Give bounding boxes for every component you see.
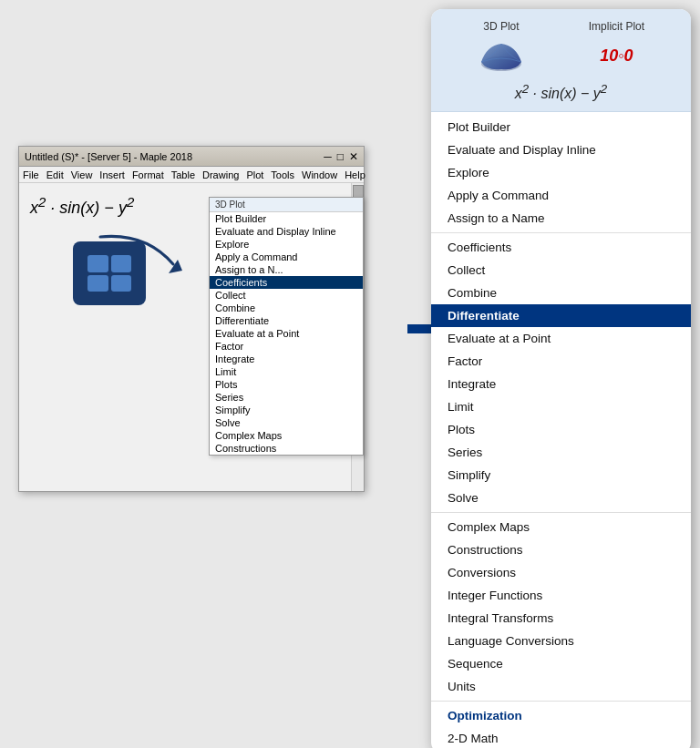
small-item-explore[interactable]: Explore [210,238,363,251]
small-item-evaluate-point[interactable]: Evaluate at a Point [210,327,363,340]
menu-item-combine[interactable]: Combine [431,282,691,304]
small-item-simplify[interactable]: Simplify [210,404,363,416]
context-header-formula: x2 · sin(x) − y2 [446,82,676,102]
minimize-icon[interactable]: ─ [324,150,332,163]
small-item-limit[interactable]: Limit [210,365,363,378]
menu-item-solve[interactable]: Solve [431,487,691,509]
small-context-menu: 3D Plot Plot Builder Evaluate and Displa… [209,197,364,456]
maximize-icon[interactable]: □ [337,150,344,163]
menu-item-units[interactable]: Units [431,675,691,698]
menu-item-complex-maps[interactable]: Complex Maps [431,516,691,538]
menu-insert[interactable]: Insert [99,169,125,180]
small-item-series[interactable]: Series [210,391,363,404]
small-item-differentiate[interactable]: Differentiate [210,314,363,327]
menu-item-evaluate-inline[interactable]: Evaluate and Display Inline [431,138,691,161]
menu-tools[interactable]: Tools [271,169,294,180]
small-item-apply[interactable]: Apply a Command [210,251,363,263]
plot-option-implicit[interactable]: Implicit Plot 10◦0 [589,20,644,75]
plot-3d-label: 3D Plot [483,20,519,33]
menu-item-simplify[interactable]: Simplify [431,464,691,487]
menu-item-apply-command[interactable]: Apply a Command [431,184,691,207]
menu-item-explore[interactable]: Explore [431,161,691,184]
small-item-complexmaps[interactable]: Complex Maps [210,429,363,442]
small-item-solve[interactable]: Solve [210,416,363,429]
context-menu-header: 3D Plot [431,9,691,112]
menu-table[interactable]: Table [171,169,195,180]
small-item-evaluate[interactable]: Evaluate and Display Inline [210,225,363,238]
menu-format[interactable]: Format [132,169,164,180]
curved-arrow [91,228,201,286]
menu-item-differentiate[interactable]: Differentiate [431,304,691,327]
close-icon[interactable]: ✕ [349,150,358,163]
implicit-plot-label: Implicit Plot [589,20,644,33]
plot-options-row: 3D Plot [446,20,676,75]
menu-item-coefficients[interactable]: Coefficients [431,236,691,259]
menu-item-conversions[interactable]: Conversions [431,561,691,584]
menu-item-integrate[interactable]: Integrate [431,373,691,395]
menu-item-language-conversions[interactable]: Language Conversions [431,630,691,652]
menu-item-constructions[interactable]: Constructions [431,538,691,561]
small-item-factor[interactable]: Factor [210,340,363,353]
small-context-header: 3D Plot [210,198,363,212]
implicit-formula-display: 10◦0 [600,46,633,66]
menu-file[interactable]: File [23,169,39,180]
small-item-integrate[interactable]: Integrate [210,353,363,365]
separator-2 [431,512,691,513]
maple-title: Untitled (S)* - [Server 5] - Maple 2018 [25,151,192,162]
small-item-plots[interactable]: Plots [210,378,363,391]
maple-window: Untitled (S)* - [Server 5] - Maple 2018 … [18,146,365,492]
menu-item-series[interactable]: Series [431,441,691,464]
menu-item-evaluate-point[interactable]: Evaluate at a Point [431,327,691,350]
menu-item-integral-transforms[interactable]: Integral Transforms [431,607,691,630]
menu-item-plots[interactable]: Plots [431,418,691,441]
menu-window[interactable]: Window [302,169,337,180]
maple-titlebar: Untitled (S)* - [Server 5] - Maple 2018 … [19,147,364,167]
maple-menubar: File Edit View Insert Format Table Drawi… [19,167,364,183]
separator-1 [431,232,691,233]
menu-item-factor[interactable]: Factor [431,350,691,373]
small-item-coefficients[interactable]: Coefficients [210,276,363,289]
menu-drawing[interactable]: Drawing [202,169,239,180]
menu-plot[interactable]: Plot [246,169,263,180]
menu-item-collect[interactable]: Collect [431,259,691,282]
implicit-plot-thumbnail: 10◦0 [592,36,640,75]
menu-item-assign-name[interactable]: Assign to a Name [431,207,691,230]
small-item-plotbuilder[interactable]: Plot Builder [210,212,363,225]
context-menu-items-list: Plot Builder Evaluate and Display Inline… [431,112,691,748]
plot-option-3d[interactable]: 3D Plot [478,20,525,75]
menu-view[interactable]: View [71,169,93,180]
menu-item-plot-builder[interactable]: Plot Builder [431,116,691,138]
plot-3d-thumbnail [478,36,525,75]
menu-item-optimization[interactable]: Optimization [431,704,691,727]
menu-item-sequence[interactable]: Sequence [431,652,691,675]
menu-item-limit[interactable]: Limit [431,395,691,418]
small-item-combine[interactable]: Combine [210,302,363,314]
small-item-assign[interactable]: Assign to a N... [210,263,363,276]
small-item-constructions[interactable]: Constructions [210,442,363,455]
menu-help[interactable]: Help [345,169,365,180]
menu-item-integer-functions[interactable]: Integer Functions [431,584,691,607]
menu-item-2d-math[interactable]: 2-D Math [431,727,691,748]
small-item-collect[interactable]: Collect [210,289,363,302]
separator-3 [431,701,691,702]
menu-edit[interactable]: Edit [46,169,64,180]
main-context-menu: 3D Plot [431,9,691,748]
